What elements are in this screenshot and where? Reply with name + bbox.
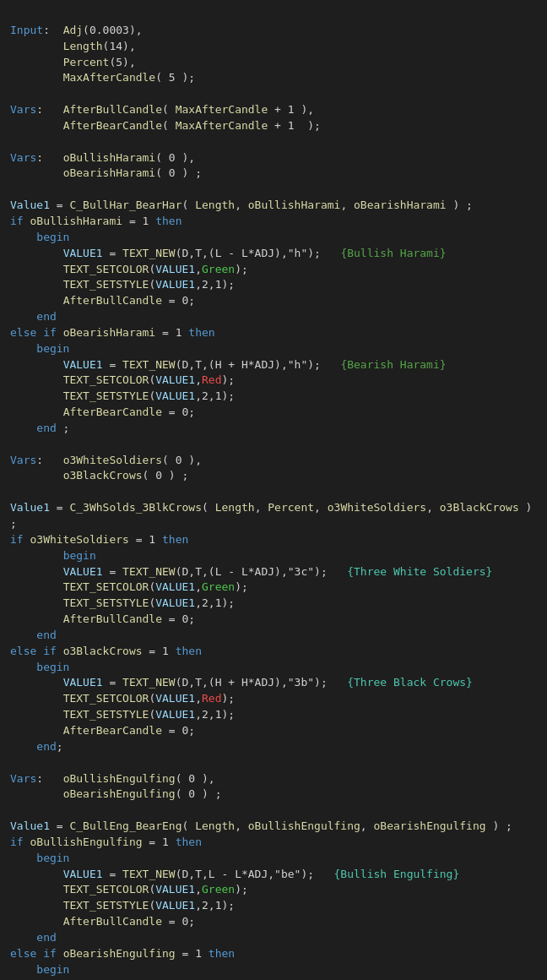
code-content: Input: Adj(0.0003), Length(14), Percent(… bbox=[10, 23, 537, 980]
code-editor: Input: Adj(0.0003), Length(14), Percent(… bbox=[0, 0, 547, 980]
